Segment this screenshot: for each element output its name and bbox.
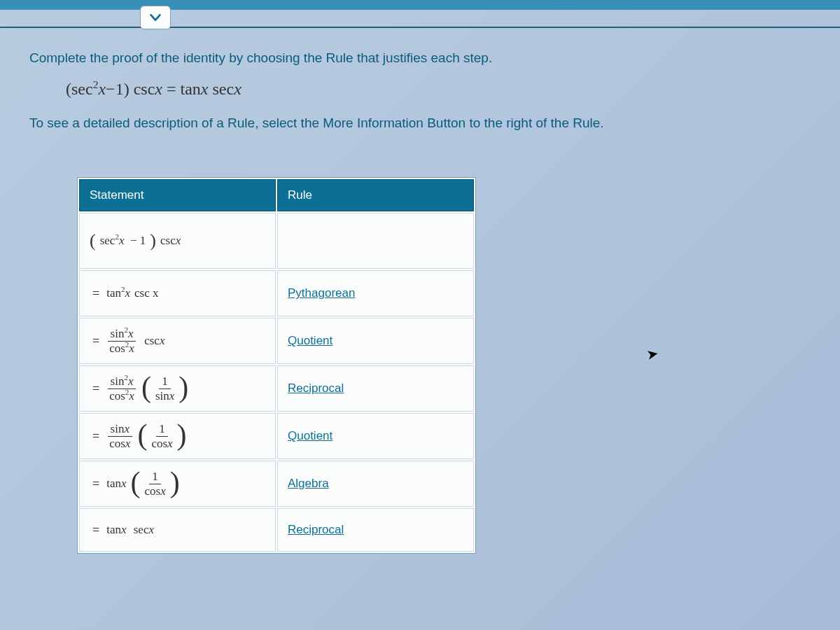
tok-x2: x — [176, 234, 181, 247]
tok-1d: 1 — [149, 470, 161, 484]
tok-x8: x — [129, 389, 134, 402]
tok-x7: x — [128, 374, 134, 388]
tok-eq2: = — [92, 334, 99, 349]
tok-minus: − — [130, 234, 137, 247]
chevron-down-icon — [148, 10, 163, 25]
rule-cell — [277, 213, 474, 269]
tok-1: 1 — [140, 234, 146, 247]
tok-x14: x — [160, 484, 166, 498]
table-row: = tanx secx Reciprocal — [79, 508, 474, 552]
tok-eq: = — [92, 286, 99, 301]
minus-one: −1 — [106, 80, 124, 98]
paren-close: ) — [124, 80, 130, 98]
prompt-line-1: Complete the proof of the identity by ch… — [29, 48, 811, 69]
tok-x: x — [119, 234, 125, 247]
tok-sin3: sin — [155, 389, 169, 402]
rule-algebra[interactable]: Algebra — [288, 477, 329, 490]
table-row: ( sec2x − 1 ) cscx — [79, 213, 474, 269]
statement-cell: = sinx cosx 1 cosx — [79, 413, 276, 459]
table-row: = tan2x csc x Pythagorean — [79, 270, 474, 316]
tok-sec: sec — [100, 234, 115, 247]
table-row: = sin2x cos2x 1 sinx — [79, 365, 474, 412]
statement-cell: = tan2x csc x — [79, 270, 276, 316]
header-statement: Statement — [79, 179, 276, 211]
rule-cell: Quotient — [277, 318, 474, 364]
rule-reciprocal-2[interactable]: Reciprocal — [288, 523, 344, 536]
tok-tan3: tan — [106, 523, 121, 536]
tok-x12: x — [167, 437, 173, 450]
identity-equation: (sec2x−1) cscx = tanx secx — [66, 76, 811, 102]
tok-sec2: sec — [134, 523, 149, 536]
rule-quotient-2[interactable]: Quotient — [288, 429, 332, 442]
prompt-line-2: To see a detailed description of a Rule,… — [29, 113, 811, 134]
tok-x10: x — [124, 422, 130, 435]
prompt-text: Complete the proof of the identity by ch… — [29, 48, 811, 134]
tok-cos3: cos — [109, 437, 125, 450]
tok-1b: 1 — [159, 375, 171, 389]
tok-csc2: csc — [144, 334, 160, 347]
statement-cell: = sin2x cos2x 1 sinx — [79, 365, 276, 412]
tok-eq5: = — [92, 477, 99, 491]
statement-cell: = tanx 1 cosx — [79, 461, 276, 507]
tok-x15: x — [121, 523, 127, 536]
rule-cell: Pythagorean — [277, 270, 474, 316]
expand-button[interactable] — [140, 6, 171, 29]
tok-csc: csc — [160, 234, 176, 247]
tok-x6: x — [160, 334, 165, 347]
tok-sin2: sin — [111, 374, 125, 388]
fn-csc: csc — [130, 80, 155, 98]
statement-cell: = tanx secx — [79, 508, 276, 552]
var-x3: x — [201, 80, 209, 98]
paren-open: ( — [66, 80, 71, 98]
var-x4: x — [234, 80, 241, 98]
rule-cell: Quotient — [277, 413, 474, 459]
tok-cscx: csc x — [134, 286, 158, 300]
tok-x9: x — [169, 389, 175, 402]
tok-eq6: = — [92, 523, 99, 538]
table-row: = sin2x cos2x cscx Quotient — [79, 318, 474, 364]
tok-1c: 1 — [156, 423, 168, 437]
rule-cell: Algebra — [277, 461, 474, 507]
tok-cos: cos — [109, 342, 125, 355]
page-body: Complete the proof of the identity by ch… — [0, 28, 840, 554]
tok-x11: x — [125, 437, 131, 450]
var-x2: x — [155, 80, 162, 98]
tok-x3: x — [125, 286, 130, 300]
tok-tan: tan — [106, 286, 121, 300]
statement-cell: ( sec2x − 1 ) cscx — [79, 213, 276, 269]
header-rule: Rule — [277, 179, 474, 211]
tok-x4: x — [128, 327, 134, 340]
table-header-row: Statement Rule — [79, 179, 474, 211]
table-row: = tanx 1 cosx Algebra — [79, 461, 474, 507]
tok-cos2: cos — [109, 389, 125, 402]
var-x: x — [98, 80, 106, 98]
tok-tan2: tan — [106, 477, 121, 490]
equals-tan: = tan — [167, 80, 201, 98]
tok-eq4: = — [92, 429, 99, 444]
tok-x16: x — [148, 523, 154, 536]
tok-eq3: = — [92, 382, 99, 396]
tok-sin: sin — [111, 327, 125, 340]
rule-quotient[interactable]: Quotient — [288, 334, 332, 347]
rule-reciprocal[interactable]: Reciprocal — [288, 382, 344, 395]
tok-x13: x — [121, 477, 127, 490]
tok-cos4: cos — [151, 437, 167, 450]
rule-cell: Reciprocal — [277, 508, 474, 552]
tok-sin4: sin — [111, 422, 125, 435]
proof-table: Statement Rule ( sec2x − 1 ) cscx — [77, 177, 476, 554]
rule-pythagorean[interactable]: Pythagorean — [288, 286, 355, 300]
top-bar — [0, 0, 840, 28]
rule-cell: Reciprocal — [277, 365, 474, 412]
statement-cell: = sin2x cos2x cscx — [79, 318, 276, 364]
tok-cos5: cos — [144, 484, 160, 498]
table-row: = sinx cosx 1 cosx — [79, 413, 474, 459]
tok-x5: x — [129, 342, 134, 355]
fn-sec: sec — [71, 80, 93, 98]
fn-sec2: sec — [208, 80, 234, 98]
